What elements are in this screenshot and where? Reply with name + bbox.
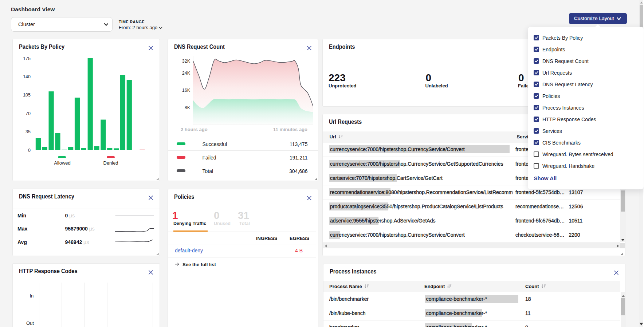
- svg-text:0: 0: [28, 148, 31, 153]
- svg-text:140: 140: [23, 74, 31, 79]
- svg-text:8K: 8K: [185, 105, 191, 110]
- svg-text:16K: 16K: [182, 88, 191, 93]
- svg-text:70: 70: [25, 111, 31, 116]
- svg-text:Allowed: Allowed: [54, 160, 71, 166]
- svg-text:105: 105: [23, 92, 31, 98]
- svg-text:2 hours ago: 2 hours ago: [181, 127, 208, 132]
- svg-text:11 minutes ago: 11 minutes ago: [273, 127, 307, 132]
- svg-text:24K: 24K: [182, 71, 191, 76]
- svg-text:Denied: Denied: [103, 160, 118, 166]
- svg-text:35: 35: [25, 129, 31, 134]
- svg-text:32K: 32K: [182, 59, 191, 64]
- svg-text:175: 175: [23, 56, 31, 61]
